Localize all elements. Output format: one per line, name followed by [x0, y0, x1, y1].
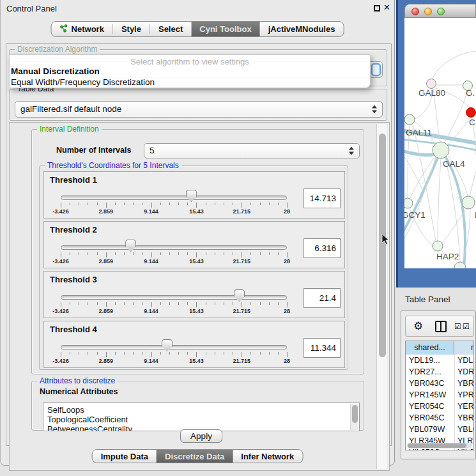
slider-thumb[interactable]: [125, 240, 136, 252]
tab-jactivemnodules[interactable]: jActiveMNodules: [260, 22, 344, 36]
tab-impute-data[interactable]: Impute Data: [93, 450, 157, 463]
table-data-combobox[interactable]: galFiltered.sif default node: [15, 101, 383, 118]
network-node-label: GAL4: [443, 159, 465, 169]
tick-mark: [133, 302, 134, 305]
slider-track[interactable]: [61, 295, 287, 300]
tick-mark: [206, 302, 206, 305]
checkbox-icon[interactable]: ☑: [454, 322, 461, 331]
table-row[interactable]: YDR27...YDR2: [406, 366, 474, 378]
minimize-traffic-light-icon[interactable]: [424, 8, 432, 15]
table-row[interactable]: YER054CYER0: [406, 401, 474, 412]
tick-label: 28: [284, 358, 290, 364]
settings-gear-icon[interactable]: ⚙: [413, 319, 423, 333]
tick-mark: [196, 252, 197, 257]
zoom-traffic-light-icon[interactable]: [437, 8, 445, 15]
tick-label: 15.43: [189, 258, 204, 265]
network-edge[interactable]: [433, 51, 476, 79]
table-hscrollbar-thumb[interactable]: [408, 443, 466, 448]
attribute-list-item[interactable]: SelfLoops: [47, 405, 84, 415]
network-edge-thick[interactable]: [445, 156, 465, 268]
tab-select[interactable]: Select: [150, 22, 191, 36]
column-header-name[interactable]: name: [454, 341, 474, 355]
tab-discretize-data[interactable]: Discretize Data: [157, 450, 233, 463]
attributes-title: Attributes to discretize: [37, 376, 118, 385]
tab-style[interactable]: Style: [113, 22, 150, 36]
tick-mark: [278, 352, 279, 355]
tick-label: 15.43: [189, 208, 204, 215]
table-hscrollbar[interactable]: [407, 443, 472, 449]
tick-label: -3.426: [52, 308, 69, 314]
network-edge[interactable]: [470, 171, 476, 197]
algorithm-option[interactable]: Equal Width/Frequency Discretization: [11, 77, 155, 87]
attribute-list-item[interactable]: TopologicalCoefficient: [47, 415, 128, 424]
close-traffic-light-icon[interactable]: [411, 8, 419, 15]
tick-mark: [79, 302, 79, 305]
table-row[interactable]: YBL079WYBL0: [406, 424, 474, 435]
network-node-node-h[interactable]: [462, 196, 475, 209]
algorithm-dropdown-popup: Select algorithm to view settings Manual…: [9, 54, 371, 88]
chevron-updown-icon: [349, 147, 354, 155]
network-node-node-red[interactable]: [466, 108, 476, 118]
combo-arrow-button[interactable]: [371, 63, 381, 76]
network-edge[interactable]: [442, 208, 466, 243]
network-window-titlebar[interactable]: [404, 4, 476, 18]
discretization-algorithm-title: Discretization Algorithm: [15, 45, 100, 54]
network-node-GAL4[interactable]: [433, 142, 449, 158]
algorithm-prompt-item[interactable]: Select algorithm to view settings: [10, 57, 370, 66]
network-node-GCY1[interactable]: [404, 198, 413, 208]
attributes-scrollbar-thumb[interactable]: [352, 405, 358, 423]
threshold-value-field[interactable]: 6.316: [303, 238, 341, 258]
tick-mark: [215, 352, 215, 355]
panel-scrollbar[interactable]: [376, 124, 387, 469]
slider-thumb[interactable]: [162, 339, 173, 351]
cell-name: YBR0: [457, 412, 474, 424]
network-canvas[interactable]: GAL80G.CGAL11GAL4GCY1HHAP2: [404, 18, 476, 268]
numerical-attributes-list[interactable]: SelfLoopsTopologicalCoefficientBetweenne…: [43, 403, 360, 431]
network-edge[interactable]: [438, 158, 441, 241]
network-node-label: C: [469, 118, 475, 127]
slider-thumb[interactable]: [186, 190, 197, 202]
attribute-list-item[interactable]: BetweennessCentrality: [47, 424, 132, 431]
network-node-HAP2[interactable]: [433, 241, 443, 251]
tab-label: Infer Network: [241, 452, 294, 461]
algorithm-option[interactable]: Manual Discretization: [11, 66, 100, 76]
control-panel-window: Control Panel ✕ NetworkStyleSelectCyni T…: [0, 0, 395, 466]
tick-mark: [124, 352, 125, 355]
table-row[interactable]: YBR045CYBR0: [406, 412, 474, 424]
apply-button[interactable]: Apply: [180, 429, 222, 443]
tick-label: 28: [284, 308, 290, 314]
tick-mark: [151, 252, 152, 257]
tick-mark: [151, 352, 152, 357]
column-header-shared-name[interactable]: shared...: [406, 341, 454, 355]
network-node-GAL80[interactable]: [427, 79, 436, 89]
table-row[interactable]: YBR043CYBR0: [406, 378, 474, 389]
slider-track[interactable]: [61, 196, 287, 200]
panel-scrollbar-thumb[interactable]: [379, 134, 386, 357]
threshold-value-field[interactable]: 21.4: [303, 288, 341, 308]
number-of-intervals-combobox[interactable]: 5: [144, 143, 360, 158]
split-view-icon[interactable]: [435, 321, 447, 332]
table-row[interactable]: YDL19...YDL1: [406, 355, 474, 366]
tab-infer-network[interactable]: Infer Network: [233, 450, 302, 463]
table-row[interactable]: YPR145WYPR1: [406, 389, 474, 401]
tab-cyni-toolbox[interactable]: Cyni Toolbox: [191, 22, 259, 36]
attributes-scrollbar[interactable]: [350, 404, 358, 430]
float-window-icon[interactable]: [374, 5, 380, 12]
network-node-GAL11[interactable]: [404, 114, 415, 125]
network-edge[interactable]: [404, 157, 422, 189]
tick-mark: [278, 203, 279, 205]
slider-track[interactable]: [61, 345, 287, 349]
tick-mark: [178, 352, 179, 355]
slider-thumb[interactable]: [234, 289, 245, 302]
tick-mark: [142, 203, 142, 205]
threshold-value-field[interactable]: 11.344: [303, 338, 341, 358]
slider-track[interactable]: [61, 245, 287, 250]
tick-mark: [160, 203, 161, 205]
threshold-value-field[interactable]: 14.713: [303, 188, 341, 208]
checkbox-icon[interactable]: ☑: [463, 322, 470, 331]
network-edge-thick[interactable]: [404, 151, 435, 155]
close-icon[interactable]: ✕: [383, 3, 390, 12]
node-table[interactable]: shared... name YDL19...YDL1YDR27...YDR2Y…: [405, 341, 474, 450]
tab-network[interactable]: Network: [52, 22, 112, 36]
tick-mark: [133, 203, 134, 205]
